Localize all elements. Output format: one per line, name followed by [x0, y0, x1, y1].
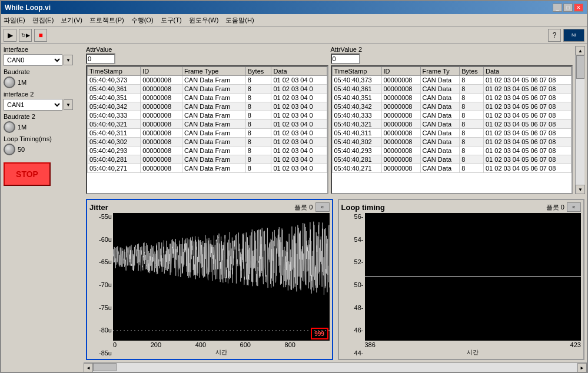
table-row: 05:40:40,37300000008CAN Data801 02 03 04… — [332, 76, 572, 85]
table-cell: 05:40:40,321 — [332, 120, 381, 129]
minimize-button[interactable]: _ — [553, 4, 562, 12]
menu-edit[interactable]: 편집(E) — [32, 16, 54, 25]
table-cell: CAN Data — [420, 94, 460, 102]
scroll-up-btn[interactable]: ▲ — [576, 46, 585, 55]
jitter-chart-icon[interactable]: ≈ — [315, 202, 330, 212]
jitter-y-axis: -55u -60u -65u -70u -75u -80u -85u — [89, 213, 113, 357]
x-label-1: 200 — [151, 341, 161, 348]
menu-tools[interactable]: 도구(T) — [161, 16, 182, 25]
table-cell: CAN Data — [420, 76, 460, 85]
col-id1: ID — [141, 67, 182, 76]
table-cell: 01 02 03 04 05 06 07 08 — [483, 120, 571, 129]
table-cell: CAN Data Fram — [182, 129, 245, 138]
table-row: 05:40:40,33300000008CAN Data Fram801 02 … — [88, 111, 327, 120]
stop-button-toolbar[interactable]: ■ — [34, 29, 47, 42]
run-cont-button[interactable]: ↻▶ — [19, 29, 32, 42]
col-data1: Data — [271, 67, 327, 76]
table-cell: 01 02 03 04 05 06 07 08 — [483, 85, 571, 94]
interface2-select[interactable]: CAN1 — [4, 99, 62, 111]
loop-body: 56- 54- 52- 50- 48- 46- 44- — [341, 213, 582, 357]
loop-chart-icon[interactable]: ≈ — [567, 202, 581, 212]
table-cell: 05:40:40,311 — [332, 129, 381, 138]
table-cell: 01 02 03 04 05 06 07 08 — [483, 94, 571, 102]
loop-x-axis: 386 423 — [365, 341, 582, 348]
attr2-input[interactable]: 0 — [331, 54, 360, 64]
table-cell: 8 — [245, 129, 271, 138]
jitter-x-highlight: 999 — [311, 328, 328, 339]
menu-run[interactable]: 수행(O) — [131, 16, 154, 25]
table-cell: 8 — [460, 120, 484, 129]
table-row: 05:40:40,34200000008CAN Data Fram801 02 … — [88, 102, 327, 111]
scroll-h-thumb[interactable] — [93, 363, 117, 371]
right-scrollbar[interactable]: ▲ ▼ — [575, 46, 584, 194]
table-cell: 05:40:40,373 — [332, 76, 381, 85]
table2-wrapper: TimeStamp ID Frame Ty Bytes Data 05:40:4… — [332, 66, 572, 193]
stop-button[interactable]: STOP — [4, 162, 51, 186]
scroll-thumb[interactable] — [576, 55, 584, 79]
table-cell: 8 — [460, 155, 484, 164]
y-label-2: -65u — [99, 258, 112, 265]
loop-y-axis: 56- 54- 52- 50- 48- 46- 44- — [341, 213, 365, 357]
table-cell: 01 02 03 04 05 06 07 08 — [483, 146, 571, 155]
table-cell: 8 — [245, 155, 271, 164]
baudrate-knob[interactable] — [4, 76, 15, 88]
table-cell: 00000008 — [141, 164, 182, 173]
jitter-x-label: 시간 — [113, 348, 330, 357]
baudrate-group: Baudrate 1M — [4, 68, 81, 88]
table-cell: 00000008 — [381, 164, 420, 173]
scroll-right-btn[interactable]: ► — [577, 363, 587, 372]
table-cell: 01 02 03 04 0 — [271, 102, 327, 111]
menu-bar: 파일(E) 편집(E) 보기(V) 프로젝트(P) 수행(O) 도구(T) 윈도… — [1, 14, 587, 27]
loop-timing-knob[interactable] — [4, 144, 15, 155]
maximize-button[interactable]: □ — [563, 4, 573, 12]
baudrate-knob-row: 1M — [4, 76, 81, 88]
table-cell: 01 02 03 04 05 06 07 08 — [483, 138, 571, 146]
table-cell: 00000008 — [381, 111, 420, 120]
scroll-left-btn[interactable]: ◄ — [84, 363, 93, 372]
ly-label-2: 52- — [354, 258, 364, 265]
table-cell: 05:40:40,271 — [88, 164, 141, 173]
table-row: 05:40:40,36100000008CAN Data Fram801 02 … — [88, 85, 327, 94]
menu-file[interactable]: 파일(E) — [4, 16, 25, 25]
bottom-scrollbar[interactable]: ◄ ► — [84, 362, 587, 372]
table-cell: 00000008 — [381, 120, 420, 129]
close-button[interactable]: ✕ — [574, 4, 583, 12]
table-cell: 01 02 03 04 0 — [271, 111, 327, 120]
menu-project[interactable]: 프로젝트(P) — [89, 16, 124, 25]
run-arrow-button[interactable]: ▶ — [4, 29, 16, 42]
attr1-input[interactable]: 0 — [86, 54, 115, 64]
table-cell: 8 — [460, 146, 484, 155]
interface2-arrow[interactable]: ▼ — [64, 99, 73, 110]
table-cell: 8 — [245, 85, 271, 94]
table-cell: 00000008 — [381, 102, 420, 111]
help-button[interactable]: ? — [548, 29, 561, 42]
table-cell: 05:40:40,311 — [88, 129, 141, 138]
table-cell: CAN Data Fram — [182, 102, 245, 111]
table-cell: 8 — [460, 76, 484, 85]
table-cell: 05:40:40,373 — [88, 76, 141, 85]
menu-help[interactable]: 도움말(H) — [225, 16, 254, 25]
interface2-group: interface 2 CAN1 ▼ — [4, 91, 81, 111]
baudrate2-knob[interactable] — [4, 121, 15, 133]
y-label-1: -60u — [99, 236, 112, 243]
table-cell: 00000008 — [141, 85, 182, 94]
scroll-down-btn[interactable]: ▼ — [576, 185, 585, 194]
loop-controls: 플롯 0 ≈ — [546, 202, 581, 212]
table-row: 05:40:40,35100000008CAN Data801 02 03 04… — [332, 94, 572, 102]
table-row: 05:40:40,30200000008CAN Data801 02 03 04… — [332, 138, 572, 146]
table-row: 05:40:40,30200000008CAN Data Fram801 02 … — [88, 138, 327, 146]
table-cell: 00000008 — [141, 146, 182, 155]
col-timestamp1: TimeStamp — [88, 67, 141, 76]
menu-view[interactable]: 보기(V) — [61, 16, 82, 25]
main-window: While Loop.vi _ □ ✕ 파일(E) 편집(E) 보기(V) 프로… — [0, 0, 588, 373]
table-cell: CAN Data Fram — [182, 138, 245, 146]
interface-select[interactable]: CAN0 — [4, 54, 62, 66]
tables-row: AttrValue 0 TimeStamp ID Frame Type — [84, 44, 587, 197]
interface-arrow[interactable]: ▼ — [64, 55, 73, 65]
table-cell: 01 02 03 04 0 — [271, 129, 327, 138]
table-cell: 01 02 03 04 0 — [271, 94, 327, 102]
table-cell: 05:40:40,333 — [332, 111, 381, 120]
menu-window[interactable]: 윈도우(W) — [189, 16, 219, 25]
table-cell: 05:40:40,271 — [332, 164, 381, 173]
jitter-plot-label: 플롯 0 — [294, 203, 313, 212]
